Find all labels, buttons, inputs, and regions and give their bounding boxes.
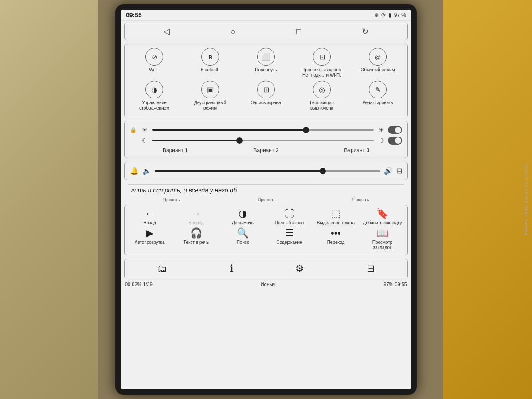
fullscreen-label: Полный экран <box>275 220 304 226</box>
bell-icon: 🔔 <box>130 167 139 175</box>
quick-rotate[interactable]: ⬜ Повернуть <box>244 48 288 78</box>
screen-footer: 00,02% 1/39 Ионыч 97% 09:55 <box>121 280 411 288</box>
quick-settings-panel: ⊘ Wi-Fi ʙ Bluetooth ⬜ Повернуть ⊡ Трансл… <box>124 44 408 117</box>
reader-autoscroll[interactable]: ▶ Автопрокрутка <box>130 227 170 250</box>
quick-geo[interactable]: ◎ Геопозиция выключена <box>300 81 344 111</box>
volume-panel: 🔔 🔈 🔊 ⊟ <box>124 162 408 180</box>
day-night-label: День/Ночь <box>232 220 254 226</box>
night-fill <box>152 140 241 141</box>
reload-nav-icon[interactable]: ↻ <box>362 27 368 36</box>
brightness-slider[interactable] <box>152 129 374 131</box>
volume-thumb[interactable] <box>320 168 326 174</box>
night-end-icons: ☽ <box>377 137 402 145</box>
wifi-icon: ⊘ <box>145 48 163 66</box>
autoscroll-icon: ▶ <box>146 227 153 239</box>
quick-wifi[interactable]: ⊘ Wi-Fi <box>132 48 176 78</box>
volume-slider[interactable] <box>155 170 380 172</box>
reader-goto[interactable]: ••• Переход <box>316 227 356 250</box>
bluetooth-icon: ʙ <box>201 48 219 66</box>
brightness-toggle[interactable] <box>388 126 402 134</box>
quick-two-page[interactable]: ▣ Двустраничный режим <box>188 81 232 111</box>
quick-row-2: ◑ Управление отображением ▣ Двустраничны… <box>126 81 406 111</box>
reader-bookmarks[interactable]: 📖 Просмотр закладок <box>363 227 403 250</box>
highlight-label: Выделение текста <box>317 220 355 226</box>
edit-icon: ✎ <box>369 81 387 98</box>
variant-1-label[interactable]: Вариант 1 <box>163 147 188 153</box>
goto-icon: ••• <box>331 227 341 239</box>
quick-edit[interactable]: ✎ Редактировать <box>356 81 400 111</box>
battery-icon: ▮ <box>388 12 391 18</box>
quick-row-1: ⊘ Wi-Fi ʙ Bluetooth ⬜ Повернуть ⊡ Трансл… <box>126 48 406 78</box>
reader-bookmark[interactable]: 🔖 Добавить закладку <box>363 208 403 226</box>
page-progress: 00,02% 1/39 <box>125 282 153 287</box>
status-time: 09:55 <box>126 12 142 19</box>
two-page-icon: ▣ <box>201 81 219 98</box>
variant-3-label[interactable]: Вариант 3 <box>344 147 369 153</box>
reader-forward[interactable]: → Вперед <box>176 208 216 226</box>
reader-back[interactable]: ← Назад <box>130 208 170 226</box>
highlight-icon: ⬚ <box>331 208 340 219</box>
rotate-icon: ⬜ <box>257 48 275 66</box>
recent-nav-icon[interactable]: □ <box>296 27 301 36</box>
brightness-slider-row: 🔒 ☀ ☀ <box>130 126 402 134</box>
quick-record[interactable]: ⊞ Запись экрана <box>244 81 288 111</box>
night-thumb[interactable] <box>236 137 243 144</box>
back-nav-icon[interactable]: ◁ <box>164 27 170 36</box>
tts-label: Текст в речь <box>184 240 209 245</box>
reader-tts[interactable]: 🎧 Текст в речь <box>176 227 216 250</box>
brightness-fill <box>152 129 307 131</box>
reader-search[interactable]: 🔍 Поиск <box>223 227 263 250</box>
book-text: гить и острить, и всегда у него об <box>128 184 404 196</box>
honor-badge: HONOR 50 108MP Quad Camera <box>524 164 528 235</box>
home-nav-icon[interactable]: ○ <box>231 27 235 36</box>
book-title: Ионыч <box>261 282 276 287</box>
vol-low-icon: 🔈 <box>142 167 151 175</box>
quick-cast[interactable]: ⊡ Трансля...я экрана Нет подк...ти Wi-Fi… <box>300 48 344 78</box>
cast-label: Трансля...я экрана Нет подк...ти Wi-Fi. <box>300 67 344 78</box>
screen: 09:55 ⊕ ⟳ ▮ 97 % ◁ ○ □ ↻ ⊘ Wi-Fi ʙ <box>121 10 411 389</box>
brightness-label-2: Яркость <box>258 197 274 202</box>
variants-row: Вариант 1 Вариант 2 Вариант 3 <box>130 147 402 153</box>
wifi-status-icon: ⊕ <box>374 12 379 18</box>
record-icon: ⊞ <box>257 81 275 98</box>
book-text-row: гить и острить, и всегда у него об Яркос… <box>124 183 408 202</box>
bookmarks-icon: 📖 <box>376 227 388 239</box>
info-icon[interactable]: ℹ <box>230 263 233 274</box>
bottom-bar: 🗂 ℹ ⚙ ⊟ <box>124 259 408 278</box>
bookmarks-label: Просмотр закладок <box>363 240 403 250</box>
reader-back-label: Назад <box>143 220 156 226</box>
device: 09:55 ⊕ ⟳ ▮ 97 % ◁ ○ □ ↻ ⊘ Wi-Fi ʙ <box>115 4 417 395</box>
cast-icon: ⊡ <box>313 48 331 66</box>
variant-2-label[interactable]: Вариант 2 <box>254 147 279 153</box>
toolbar-row-1: ← Назад → Вперед ◑ День/Ночь ⛶ Полный эк… <box>126 208 406 226</box>
sun-dim-icon: ☀ <box>141 126 149 133</box>
reader-toc[interactable]: ☰ Содержание <box>270 227 309 250</box>
reader-fullscreen[interactable]: ⛶ Полный экран <box>270 208 309 226</box>
search-label: Поиск <box>237 240 249 245</box>
quick-bluetooth[interactable]: ʙ Bluetooth <box>188 48 232 78</box>
goto-label: Переход <box>327 240 345 245</box>
reader-highlight[interactable]: ⬚ Выделение текста <box>316 208 356 226</box>
reader-back-icon: ← <box>145 208 155 219</box>
settings-icon[interactable]: ⚙ <box>295 263 304 274</box>
brightness-thumb[interactable] <box>303 127 309 133</box>
eq-icon: ⊟ <box>396 167 402 175</box>
brightness-panel: 🔒 ☀ ☀ ☾ ☽ <box>124 121 408 158</box>
exit-icon[interactable]: ⊟ <box>367 263 375 274</box>
rotate-label: Повернуть <box>255 67 277 73</box>
night-slider[interactable] <box>152 140 374 141</box>
sun-bright-icon: ☀ <box>377 126 385 133</box>
normal-mode-icon: ◎ <box>369 48 387 66</box>
status-icons: ⊕ ⟳ ▮ 97 % <box>374 12 406 18</box>
toc-icon: ☰ <box>285 227 294 239</box>
autoscroll-label: Автопрокрутка <box>135 240 165 245</box>
brightness-end-icons: ☀ <box>377 126 402 134</box>
library-icon[interactable]: 🗂 <box>157 263 167 274</box>
quick-display[interactable]: ◑ Управление отображением <box>132 81 176 111</box>
bookmark-label: Добавить закладку <box>363 220 402 226</box>
night-slider-row: ☾ ☽ <box>130 137 402 145</box>
night-toggle[interactable] <box>388 137 402 145</box>
search-icon: 🔍 <box>237 227 249 239</box>
quick-normal-mode[interactable]: ◎ Обычный режим <box>356 48 400 78</box>
reader-day-night[interactable]: ◑ День/Ночь <box>223 208 263 226</box>
